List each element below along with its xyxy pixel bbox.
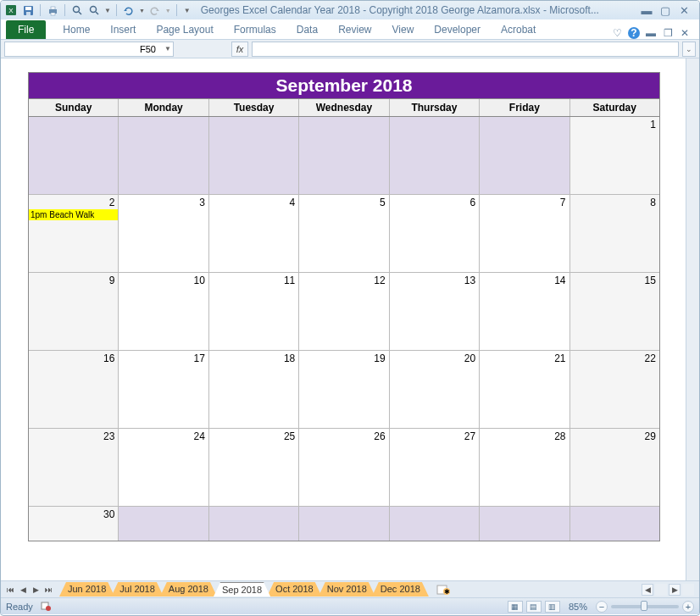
redo-icon[interactable] (148, 3, 162, 17)
zoom-out-icon[interactable]: − (596, 601, 608, 613)
formula-expand-icon[interactable]: ⌄ (682, 42, 696, 57)
doc-restore-icon[interactable]: ❐ (662, 27, 674, 39)
tab-next-icon[interactable]: ▶ (30, 584, 42, 596)
calendar-cell[interactable]: 5 (299, 195, 389, 272)
calendar-cell[interactable]: 13 (390, 273, 480, 350)
calendar-cell[interactable]: 28 (480, 429, 569, 506)
help-icon[interactable]: ? (628, 27, 640, 39)
zoom-slider[interactable] (611, 605, 679, 608)
tab-first-icon[interactable]: ⏮ (4, 584, 16, 596)
find-icon[interactable] (70, 3, 84, 17)
calendar-cell[interactable] (390, 507, 480, 541)
calendar-cell[interactable]: 20 (390, 351, 480, 428)
ribbon-tab[interactable]: Developer (424, 20, 491, 39)
hscroll-track[interactable] (655, 584, 667, 596)
calendar-cell[interactable]: 4 (209, 195, 299, 272)
day-header[interactable]: Friday (480, 99, 569, 116)
dropdown-icon[interactable]: ▼ (104, 7, 111, 14)
undo-icon[interactable] (122, 3, 136, 17)
sheet-tab[interactable]: Oct 2018 (267, 582, 322, 597)
file-tab[interactable]: File (6, 20, 46, 39)
sheet-tab[interactable]: Dec 2018 (372, 582, 429, 597)
macro-record-icon[interactable] (40, 600, 52, 613)
day-header[interactable]: Saturday (570, 99, 659, 116)
calendar-cell[interactable] (299, 117, 389, 194)
calendar-cell[interactable] (119, 507, 208, 541)
ribbon-tab[interactable]: Review (328, 20, 381, 39)
calendar-cell[interactable]: 21pm Beach Walk (29, 195, 119, 272)
calendar-cell[interactable] (480, 117, 569, 194)
doc-minimize-icon[interactable]: ▬ (645, 27, 657, 39)
save-icon[interactable] (21, 3, 35, 17)
calendar-cell[interactable]: 19 (299, 351, 389, 428)
tab-prev-icon[interactable]: ◀ (17, 584, 29, 596)
ribbon-tab[interactable]: View (382, 20, 425, 39)
maximize-icon[interactable]: ▢ (658, 4, 672, 16)
calendar-cell[interactable]: 24 (119, 429, 208, 506)
worksheet-area[interactable]: September 2018 SundayMondayTuesdayWednes… (1, 58, 699, 580)
day-header[interactable]: Wednesday (299, 99, 389, 116)
sheet-tab[interactable]: Nov 2018 (319, 582, 375, 597)
calendar-cell[interactable]: 18 (209, 351, 299, 428)
sheet-tab[interactable]: Aug 2018 (160, 582, 217, 597)
hscroll-left-icon[interactable]: ◀ (642, 584, 653, 596)
qat-customize-icon[interactable]: ▼ (184, 7, 191, 14)
find-replace-icon[interactable] (87, 3, 101, 17)
calendar-cell[interactable]: 1 (570, 117, 659, 194)
name-box[interactable]: F50 ▼ (4, 42, 174, 57)
calendar-cell[interactable]: 15 (570, 273, 659, 350)
doc-close-icon[interactable]: ✕ (679, 27, 691, 39)
calendar-cell[interactable] (480, 507, 569, 541)
minimize-icon[interactable]: ▬ (640, 4, 653, 16)
calendar-cell[interactable]: 26 (299, 429, 389, 506)
ribbon-tab[interactable]: Home (53, 20, 100, 39)
sheet-tab[interactable]: Jul 2018 (111, 582, 164, 597)
print-icon[interactable] (46, 3, 59, 17)
calendar-cell[interactable]: 8 (570, 195, 659, 272)
vertical-scrollbar[interactable] (686, 58, 699, 580)
calendar-cell[interactable]: 7 (480, 195, 569, 272)
calendar-cell[interactable]: 30 (29, 507, 119, 541)
sheet-tab[interactable]: Jun 2018 (59, 582, 114, 597)
calendar-cell[interactable]: 6 (390, 195, 480, 272)
calendar-cell[interactable]: 11 (209, 273, 299, 350)
tab-last-icon[interactable]: ⏭ (42, 584, 54, 596)
hscroll-right-icon[interactable]: ▶ (669, 584, 681, 596)
dropdown-icon[interactable]: ▼ (165, 8, 171, 14)
calendar-cell[interactable]: 14 (480, 273, 569, 350)
zoom-in-icon[interactable]: + (682, 601, 694, 613)
calendar-cell[interactable] (119, 117, 208, 194)
calendar-cell[interactable]: 29 (570, 429, 659, 506)
calendar-cell[interactable]: 12 (299, 273, 389, 350)
ribbon-tab[interactable]: Data (286, 20, 328, 39)
day-header[interactable]: Tuesday (209, 99, 299, 116)
calendar-cell[interactable]: 22 (570, 351, 659, 428)
calendar-cell[interactable]: 25 (209, 429, 299, 506)
page-layout-view-icon[interactable]: ▤ (526, 601, 542, 613)
dropdown-icon[interactable]: ▼ (164, 45, 171, 53)
ribbon-tab[interactable]: Formulas (224, 20, 286, 39)
calendar-cell[interactable] (29, 117, 119, 194)
calendar-event[interactable]: 1pm Beach Walk (29, 209, 118, 220)
day-header[interactable]: Thursday (390, 99, 480, 116)
calendar-cell[interactable]: 10 (119, 273, 208, 350)
calendar-cell[interactable] (209, 507, 299, 541)
close-icon[interactable]: ✕ (677, 4, 691, 16)
dropdown-icon[interactable]: ▼ (139, 8, 145, 14)
zoom-thumb[interactable] (641, 601, 647, 611)
calendar-cell[interactable] (299, 507, 389, 541)
calendar-title[interactable]: September 2018 (29, 73, 659, 99)
ribbon-tab[interactable]: Acrobat (491, 20, 546, 39)
normal-view-icon[interactable]: ▦ (508, 601, 523, 613)
fx-button[interactable]: fx (231, 42, 248, 57)
calendar-cell[interactable]: 16 (29, 351, 119, 428)
ribbon-tab[interactable]: Page Layout (146, 20, 223, 39)
calendar-cell[interactable]: 27 (390, 429, 480, 506)
ribbon-minimize-icon[interactable]: ♡ (611, 27, 623, 39)
day-header[interactable]: Monday (119, 99, 208, 116)
new-sheet-icon[interactable]: ✱ (434, 584, 453, 596)
day-header[interactable]: Sunday (29, 99, 119, 116)
calendar-cell[interactable]: 3 (119, 195, 208, 272)
calendar-cell[interactable]: 21 (480, 351, 569, 428)
sheet-tab[interactable]: Sep 2018 (214, 582, 270, 597)
